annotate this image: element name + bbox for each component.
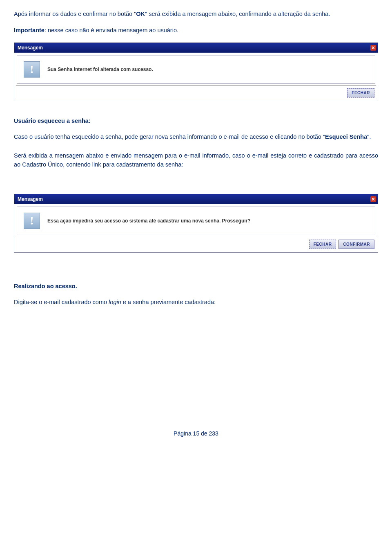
login-word: login bbox=[109, 299, 121, 305]
page-footer: Página 15 de 233 bbox=[14, 429, 378, 438]
important-label: Importante bbox=[14, 27, 45, 33]
text: Após informar os dados e confirmar no bo… bbox=[14, 11, 134, 17]
text: será exibida a mensagem abaixo, confirma… bbox=[147, 11, 330, 17]
dialog-message: Essa ação impedirá seu acesso ao sistema… bbox=[47, 217, 251, 224]
text: Digita-se o e-mail cadastrado como bbox=[14, 299, 109, 305]
info-icon: ! bbox=[24, 61, 40, 78]
dialog-titlebar: Mensagem bbox=[14, 194, 378, 204]
close-icon[interactable] bbox=[370, 45, 376, 51]
paragraph-access: Digita-se o e-mail cadastrado como login… bbox=[14, 298, 378, 307]
paragraph-forgot-2: Será exibida a mensagem abaixo e enviado… bbox=[14, 151, 378, 169]
paragraph-confirm-ok: Após informar os dados e confirmar no bo… bbox=[14, 10, 378, 19]
dialog-footer: FECHAR bbox=[14, 86, 378, 101]
dialog-titlebar: Mensagem bbox=[14, 43, 378, 53]
dialog-body-wrap: ! Essa ação impedirá seu acesso ao siste… bbox=[14, 204, 378, 237]
section-heading-forgot: Usuário esqueceu a senha: bbox=[14, 117, 378, 126]
ok-label: OK bbox=[136, 11, 145, 17]
text: Caso o usuário tenha esquecido a senha, … bbox=[14, 133, 325, 140]
esqueci-senha-label: Esqueci Senha bbox=[325, 133, 367, 140]
close-button[interactable]: FECHAR bbox=[347, 88, 374, 98]
close-button[interactable]: FECHAR bbox=[309, 240, 336, 249]
dialog-footer: FECHAR CONFIRMAR bbox=[14, 237, 378, 252]
section-heading-access: Realizando ao acesso. bbox=[14, 282, 378, 291]
close-icon[interactable] bbox=[370, 196, 376, 202]
dialog-body-wrap: ! Sua Senha Internet foi alterada com su… bbox=[14, 53, 378, 85]
message-dialog-success: Mensagem ! Sua Senha Internet foi altera… bbox=[14, 42, 378, 101]
dialog-title: Mensagem bbox=[18, 44, 43, 51]
message-dialog-confirm: Mensagem ! Essa ação impedirá seu acesso… bbox=[14, 194, 378, 253]
text: : nesse caso não é enviada mensagem ao u… bbox=[45, 27, 178, 33]
dialog-body: ! Sua Senha Internet foi alterada com su… bbox=[17, 55, 375, 84]
info-icon: ! bbox=[24, 213, 40, 229]
confirm-button[interactable]: CONFIRMAR bbox=[339, 240, 374, 249]
dialog-message: Sua Senha Internet foi alterada com suce… bbox=[47, 66, 153, 73]
dialog-title: Mensagem bbox=[18, 196, 43, 203]
text: e a senha previamente cadastrada: bbox=[121, 299, 216, 305]
paragraph-important: Importante: nesse caso não é enviada men… bbox=[14, 26, 378, 35]
paragraph-forgot-1: Caso o usuário tenha esquecido a senha, … bbox=[14, 133, 378, 142]
dialog-body: ! Essa ação impedirá seu acesso ao siste… bbox=[17, 207, 375, 235]
text: ". bbox=[367, 133, 371, 140]
